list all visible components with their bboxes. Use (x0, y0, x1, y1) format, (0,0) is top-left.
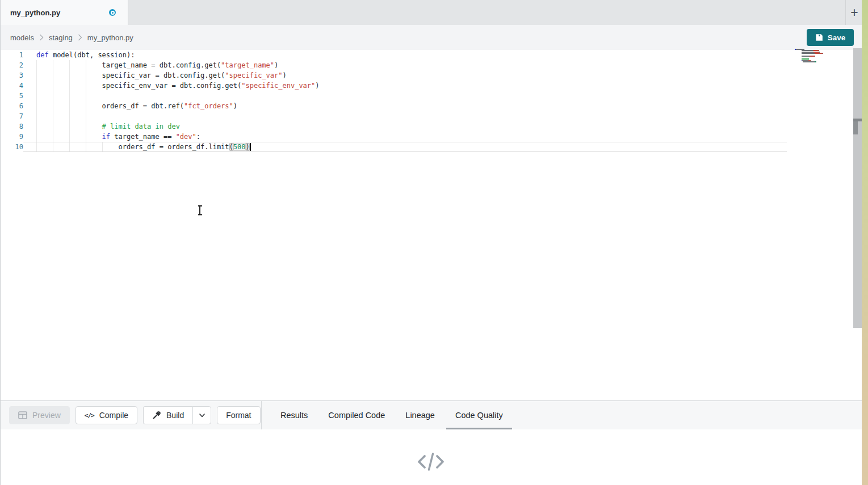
code-line-content: specific_env_var = dbt.config.get("speci… (23, 81, 320, 91)
compile-button-label: Compile (99, 411, 128, 420)
save-button[interactable]: Save (807, 29, 854, 46)
tabbar-separator (845, 0, 846, 25)
tab-code-quality[interactable]: Code Quality (454, 401, 504, 429)
code-line-content: target_name = dbt.config.get("target_nam… (23, 60, 278, 70)
code-line-content (23, 91, 36, 101)
code-icon: </> (85, 412, 94, 419)
line-number: 7 (0, 111, 23, 121)
file-tab-title: my_python.py (10, 9, 60, 17)
scrollbar-thumb-tail[interactable] (853, 121, 858, 134)
line-number: 4 (0, 81, 23, 91)
tab-compiled-code[interactable]: Compiled Code (327, 401, 386, 429)
ide-window: my_python.py + modelsstagingmy_python.py… (0, 0, 868, 485)
results-panel (0, 429, 862, 485)
file-tab-my-python[interactable]: my_python.py (0, 0, 128, 25)
breadcrumb-bar: modelsstagingmy_python.py Save (0, 25, 862, 50)
line-number: 9 (0, 132, 23, 142)
breadcrumb-item-my-python-py[interactable]: my_python.py (87, 33, 133, 42)
table-icon (18, 411, 27, 419)
code-line-content: def model(dbt, session): (23, 50, 135, 60)
chevron-right-icon (78, 34, 82, 41)
code-brackets-icon (416, 452, 446, 485)
preview-button-label: Preview (32, 411, 61, 420)
code-line-content (23, 111, 36, 121)
new-tab-button[interactable]: + (847, 5, 862, 20)
tab-lineage[interactable]: Lineage (404, 401, 436, 429)
format-button[interactable]: Format (217, 406, 260, 424)
build-button-label: Build (166, 411, 184, 420)
code-line-5[interactable]: 5 (0, 91, 795, 101)
breadcrumb: modelsstagingmy_python.py (10, 25, 133, 50)
code-line-8[interactable]: 8 # limit data in dev (0, 121, 795, 132)
line-number: 2 (0, 60, 23, 70)
code-line-content: specific_var = dbt.config.get("specific_… (23, 70, 287, 81)
code-line-content: orders_df = orders_df.limit(500) (23, 142, 787, 152)
toolbar-buttons: Preview</>CompileBuildFormat (9, 406, 261, 424)
line-number: 10 (0, 142, 23, 152)
code-line-7[interactable]: 7 (0, 111, 795, 121)
line-number: 5 (0, 91, 23, 101)
code-line-6[interactable]: 6 orders_df = dbt.ref("fct_orders") (0, 101, 795, 111)
mouse-ibeam-cursor (197, 205, 203, 216)
code-rows: 1def model(dbt, session):2 target_name =… (0, 50, 795, 152)
breadcrumb-item-staging[interactable]: staging (49, 33, 73, 42)
minimap[interactable] (795, 49, 850, 62)
save-button-label: Save (828, 33, 846, 42)
line-number: 3 (0, 70, 23, 81)
line-number: 6 (0, 101, 23, 111)
build-button[interactable]: Build (143, 406, 192, 424)
code-line-1[interactable]: 1def model(dbt, session): (0, 50, 795, 60)
code-line-10[interactable]: 10 orders_df = orders_df.limit(500) (0, 142, 795, 152)
unsaved-changes-dot-icon[interactable] (109, 9, 116, 16)
format-button-label: Format (226, 411, 251, 420)
chevron-right-icon (39, 34, 44, 41)
hammer-icon (152, 411, 161, 420)
tab-results[interactable]: Results (279, 401, 309, 429)
code-line-9[interactable]: 9 if target_name == "dev": (0, 132, 795, 142)
build-dropdown-button[interactable] (192, 406, 211, 424)
result-tabs: ResultsCompiled CodeLineageCode Quality (279, 401, 504, 429)
code-line-content: if target_name == "dev": (23, 132, 200, 142)
preview-button[interactable]: Preview (9, 406, 70, 424)
code-line-content: orders_df = dbt.ref("fct_orders") (23, 101, 237, 111)
line-number: 1 (0, 50, 23, 60)
window-left-edge (0, 0, 1, 485)
tab-bar: my_python.py + (0, 0, 862, 25)
code-line-2[interactable]: 2 target_name = dbt.config.get("target_n… (0, 60, 795, 70)
code-line-4[interactable]: 4 specific_env_var = dbt.config.get("spe… (0, 81, 795, 91)
build-split-button: Build (143, 406, 211, 424)
text-caret (250, 143, 251, 151)
save-floppy-icon (815, 33, 823, 41)
minimap-line (803, 61, 850, 62)
desktop-wallpaper-edge (862, 0, 868, 485)
chevron-down-icon (198, 411, 206, 419)
bottom-toolbar: Preview</>CompileBuildFormat ResultsComp… (0, 400, 862, 429)
compile-button[interactable]: </>Compile (76, 406, 137, 424)
code-line-3[interactable]: 3 specific_var = dbt.config.get("specifi… (0, 70, 795, 81)
code-line-content: # limit data in dev (23, 121, 180, 132)
editor-scrollbar[interactable] (853, 48, 862, 328)
line-number: 8 (0, 121, 23, 132)
code-editor[interactable]: 1def model(dbt, session):2 target_name =… (0, 50, 862, 400)
toolbar-separator (261, 401, 262, 429)
breadcrumb-item-models[interactable]: models (10, 33, 34, 42)
